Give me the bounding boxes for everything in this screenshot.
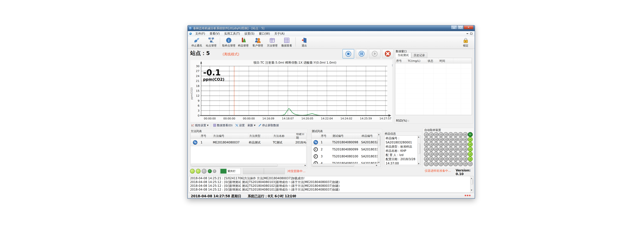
sampler-well-F1[interactable]: F1 (444, 132, 448, 137)
menu-settings[interactable]: 设置(S) (242, 31, 256, 36)
sampler-well-E3[interactable]: E3 (448, 142, 453, 147)
scroll-down-icon[interactable]: ▼ (418, 163, 419, 165)
mdi-restore-icon[interactable] (470, 33, 472, 35)
sampler-well-F2[interactable]: F2 (444, 137, 448, 142)
sampler-well-J7[interactable]: J7 (424, 161, 429, 166)
sampler-well-H3[interactable]: H3 (434, 142, 438, 147)
sampler-well-J1[interactable]: J1 (424, 132, 429, 137)
col-method-id[interactable]: 方法编号 (212, 133, 248, 139)
sampler-well-H6[interactable]: H6 (434, 156, 438, 161)
test-row[interactable]: 3TS201804080100SA201803310001 (312, 153, 381, 160)
sampler-well-A7[interactable]: A7 (468, 161, 473, 166)
sampler-well-J5[interactable]: J5 (424, 152, 429, 156)
sampler-well-A6[interactable]: A6 (468, 156, 473, 161)
stop-run-button[interactable] (342, 49, 354, 59)
sampler-well-A1[interactable]: A1 (468, 132, 473, 137)
col-test-seq[interactable]: 序号 (320, 133, 332, 139)
start-run-button[interactable] (369, 49, 380, 58)
sampler-well-A4[interactable]: A4 (468, 147, 473, 152)
sample-manage-button[interactable]: 样品管理 (236, 37, 250, 48)
customer-manage-button[interactable]: 客户管理 (250, 37, 265, 48)
scroll-down-icon[interactable]: ▼ (378, 161, 380, 163)
sampler-well-H2[interactable]: H2 (434, 137, 438, 142)
sampler-well-H5[interactable]: H5 (434, 152, 438, 156)
test-hscrollbar[interactable]: ▶ (312, 164, 378, 167)
sample-vscrollbar[interactable]: ▲ ▼ (417, 136, 420, 165)
sampler-well-E6[interactable]: E6 (448, 156, 453, 161)
sampler-well-D1[interactable]: D1 (453, 132, 458, 137)
sampler-well-G7[interactable]: G7 (438, 161, 444, 166)
sampler-well-E2[interactable]: E2 (448, 137, 453, 142)
sampler-well-I6[interactable]: I6 (429, 156, 434, 161)
sampler-well-F3[interactable]: F3 (444, 142, 448, 147)
sampler-well-B7[interactable]: B7 (463, 161, 468, 166)
sampler-well-E5[interactable]: E5 (448, 152, 453, 156)
scroll-up-icon[interactable]: ▲ (378, 133, 380, 135)
sampler-well-D5[interactable]: D5 (453, 152, 458, 156)
sampler-well-C4[interactable]: C4 (458, 147, 463, 152)
chart-settings-button[interactable]: 设置 (234, 123, 246, 127)
stop-acquire-button[interactable]: 停止获取数据 (258, 123, 280, 127)
scroll-up-icon[interactable]: ▲ (418, 136, 419, 138)
cancel-run-button[interactable] (382, 49, 394, 58)
title-bar[interactable]: 泰林总有机碳分析系统软件[zt(ybyh)照例] - [站点：5] ✕ (188, 26, 475, 31)
stop-comm-button[interactable]: 停止通讯 (190, 37, 204, 48)
scroll-right-icon[interactable]: ▶ (305, 164, 306, 166)
test-row[interactable]: %1TS201804080098SA201803280001 (312, 139, 381, 146)
method-hscrollbar[interactable]: ▶ (190, 164, 306, 167)
sampler-well-H7[interactable]: H7 (434, 161, 438, 166)
col-method-seq[interactable]: 序号 (200, 133, 212, 139)
sampler-well-I2[interactable]: I2 (429, 137, 434, 142)
sampler-well-B4[interactable]: B4 (463, 147, 468, 152)
sampler-well-D3[interactable]: D3 (453, 142, 458, 147)
menu-tools[interactable]: 实用工具(T) (222, 31, 242, 36)
sampler-well-B3[interactable]: B3 (463, 142, 468, 147)
test-vscrollbar[interactable]: ▲ ▼ (378, 133, 381, 167)
sampler-well-C6[interactable]: C6 (458, 156, 463, 161)
sampler-well-E4[interactable]: E4 (448, 147, 453, 152)
data-view-chart-button[interactable]: 数据查看(D) (212, 123, 233, 127)
maximize-button[interactable] (457, 26, 464, 29)
sampler-well-A2[interactable]: A2 (468, 137, 473, 142)
col-method-date[interactable]: 创建日期 (295, 133, 306, 139)
sampler-well-F6[interactable]: F6 (444, 156, 448, 161)
menu-window[interactable]: 窗口(W) (256, 31, 272, 36)
sampler-well-C7[interactable]: C7 (458, 161, 463, 166)
sampler-well-G1[interactable]: G1 (438, 132, 444, 137)
sampler-well-I3[interactable]: I3 (429, 142, 434, 147)
sampler-well-E7[interactable]: E7 (448, 161, 453, 166)
scroll-down-icon[interactable]: ▼ (471, 188, 472, 192)
sampler-well-C5[interactable]: C5 (458, 152, 463, 156)
sampler-well-D2[interactable]: D2 (453, 137, 458, 142)
sampler-well-J3[interactable]: J3 (424, 142, 429, 147)
sampler-well-A3[interactable]: A3 (468, 142, 473, 147)
sampler-well-H1[interactable]: H1 (434, 132, 438, 137)
linear-settings-button[interactable]: 线性设置 ▼ (190, 123, 209, 127)
col-seq[interactable]: 序号 (395, 58, 407, 64)
sampler-well-I7[interactable]: I7 (429, 161, 434, 166)
menu-file[interactable]: 文件(F) (193, 31, 207, 36)
sampler-well-B2[interactable]: B2 (463, 137, 468, 142)
minimize-button[interactable] (451, 26, 457, 29)
col-test-id[interactable]: 测试编号 (332, 133, 361, 139)
sampler-well-B5[interactable]: B5 (463, 152, 468, 156)
sampler-well-D4[interactable]: D4 (453, 147, 458, 152)
log-vscrollbar[interactable]: ▲ ▼ (470, 176, 474, 192)
sampler-well-C1[interactable]: C1 (458, 132, 463, 137)
sampler-well-G5[interactable]: G5 (438, 152, 444, 156)
sampler-well-F5[interactable]: F5 (444, 152, 448, 156)
sampler-well-B6[interactable]: B6 (463, 156, 468, 161)
close-button[interactable]: ✕ (464, 26, 473, 29)
refresh-button[interactable]: 刷新 ▼ (247, 123, 256, 127)
sampling-point-button[interactable]: i 取样点管理 (222, 37, 236, 48)
sampler-well-D7[interactable]: D7 (453, 161, 458, 166)
sampler-well-J2[interactable]: J2 (424, 137, 429, 142)
sampler-well-C2[interactable]: C2 (458, 137, 463, 142)
lock-button[interactable]: 锁定 (458, 37, 473, 48)
col-method-type[interactable]: 方法类型 (248, 133, 272, 139)
sampler-well-G4[interactable]: G4 (438, 147, 444, 152)
sampler-well-G3[interactable]: G3 (438, 142, 444, 147)
method-manage-button[interactable]: 方法管理 (265, 37, 280, 48)
sampler-well-C3[interactable]: C3 (458, 142, 463, 147)
pause-run-button[interactable] (356, 49, 367, 58)
